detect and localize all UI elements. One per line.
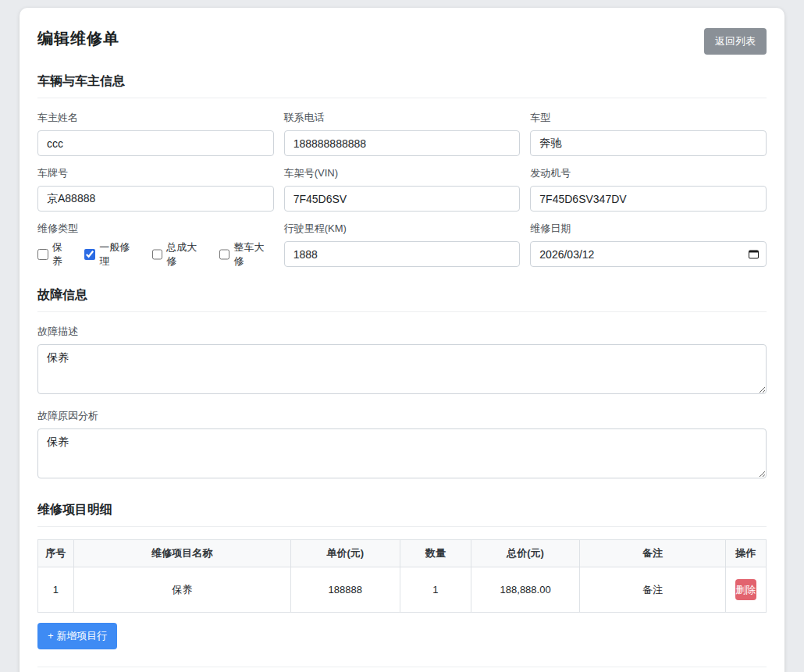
col-header-qty: 数量 [400,540,471,567]
repair-items-table: 序号 维修项目名称 单价(元) 数量 总价(元) 备注 操作 1 保养 1888… [37,539,767,613]
page-title: 编辑维修单 [37,28,119,49]
repair-type-option-yiban[interactable]: 一般修理 [84,240,139,268]
field-mileage: 行驶里程(KM) [284,222,521,267]
vin-label: 车架号(VIN) [284,166,521,180]
repair-type-checkbox-baoyang[interactable] [37,249,48,260]
delete-row-button[interactable]: 删除 [735,579,756,601]
repair-order-card: 编辑维修单 返回列表 车辆与车主信息 车主姓名 联系电话 车型 车牌号 车架号(… [20,8,784,672]
mileage-input[interactable] [284,241,521,267]
row-remark-cell[interactable]: 备注 [580,567,726,613]
fault-analysis-textarea[interactable]: 保养 [37,428,767,478]
field-model: 车型 [530,111,767,156]
field-vin: 车架号(VIN) [284,166,521,212]
mileage-label: 行驶里程(KM) [284,222,521,236]
field-fault-desc: 故障描述 保养 [37,325,767,397]
vehicle-form-grid: 车主姓名 联系电话 车型 车牌号 车架号(VIN) 发动机号 维修类型 [37,111,767,267]
section-heading-vehicle: 车辆与车主信息 [37,73,767,98]
footer-bar: 合计金额： ¥ 188,888.00 重置表单 保存维修单 [37,667,767,672]
repair-type-option-label: 整车大修 [233,240,273,268]
field-engine: 发动机号 [530,166,767,212]
repair-type-checkbox-group: 保养 一般修理 总成大修 整车大修 [37,241,274,267]
repair-type-label: 维修类型 [37,222,274,236]
section-heading-fault: 故障信息 [37,287,767,312]
repair-type-option-zongcheng[interactable]: 总成大修 [152,240,207,268]
row-qty-cell[interactable]: 1 [400,567,471,613]
vin-input[interactable] [284,186,521,212]
calendar-icon[interactable] [749,250,759,258]
repair-date-label: 维修日期 [530,222,767,236]
repair-date-input[interactable] [530,241,767,267]
col-header-name: 维修项目名称 [73,540,290,567]
row-actions-cell: 删除 [725,567,766,613]
row-unit-price-cell[interactable]: 188888 [290,567,400,613]
phone-input[interactable] [284,130,521,156]
table-row: 1 保养 188888 1 188,888.00 备注 删除 [38,567,767,613]
repair-type-option-label: 一般修理 [99,240,139,268]
repair-type-option-label: 保养 [52,240,73,268]
row-total-cell: 188,888.00 [471,567,580,613]
back-to-list-button[interactable]: 返回列表 [704,28,767,55]
repair-type-option-zhengche[interactable]: 整车大修 [219,240,274,268]
col-header-remark: 备注 [580,540,726,567]
row-name-cell[interactable]: 保养 [73,567,290,613]
section-heading-items: 维修项目明细 [37,502,767,527]
field-repair-date: 维修日期 [530,222,767,267]
repair-type-checkbox-zhengche[interactable] [219,249,230,260]
repair-type-option-baoyang[interactable]: 保养 [37,240,72,268]
col-header-actions: 操作 [725,540,766,567]
field-owner-name: 车主姓名 [37,111,274,156]
col-header-unit-price: 单价(元) [290,540,400,567]
owner-name-label: 车主姓名 [37,111,274,125]
model-label: 车型 [530,111,767,125]
repair-type-option-label: 总成大修 [166,240,206,268]
field-plate: 车牌号 [37,166,274,212]
field-repair-type: 维修类型 保养 一般修理 总成大修 整车大修 [37,222,274,267]
card-header: 编辑维修单 返回列表 [37,28,767,55]
col-header-total: 总价(元) [471,540,580,567]
plate-label: 车牌号 [37,166,274,180]
row-index-cell: 1 [38,567,74,613]
field-phone: 联系电话 [284,111,521,156]
fault-desc-label: 故障描述 [37,325,767,339]
repair-type-checkbox-yiban[interactable] [84,249,95,260]
phone-label: 联系电话 [284,111,521,125]
model-input[interactable] [530,130,767,156]
table-header-row: 序号 维修项目名称 单价(元) 数量 总价(元) 备注 操作 [38,540,767,567]
engine-input[interactable] [530,186,767,212]
fault-analysis-label: 故障原因分析 [37,409,767,423]
repair-date-wrap [530,241,767,267]
repair-type-checkbox-zongcheng[interactable] [152,249,163,260]
plate-input[interactable] [37,186,274,212]
col-header-index: 序号 [38,540,74,567]
fault-desc-textarea[interactable]: 保养 [37,344,767,394]
engine-label: 发动机号 [530,166,767,180]
field-fault-analysis: 故障原因分析 保养 [37,409,767,482]
add-item-row-button[interactable]: + 新增项目行 [37,623,117,649]
owner-name-input[interactable] [37,130,274,156]
